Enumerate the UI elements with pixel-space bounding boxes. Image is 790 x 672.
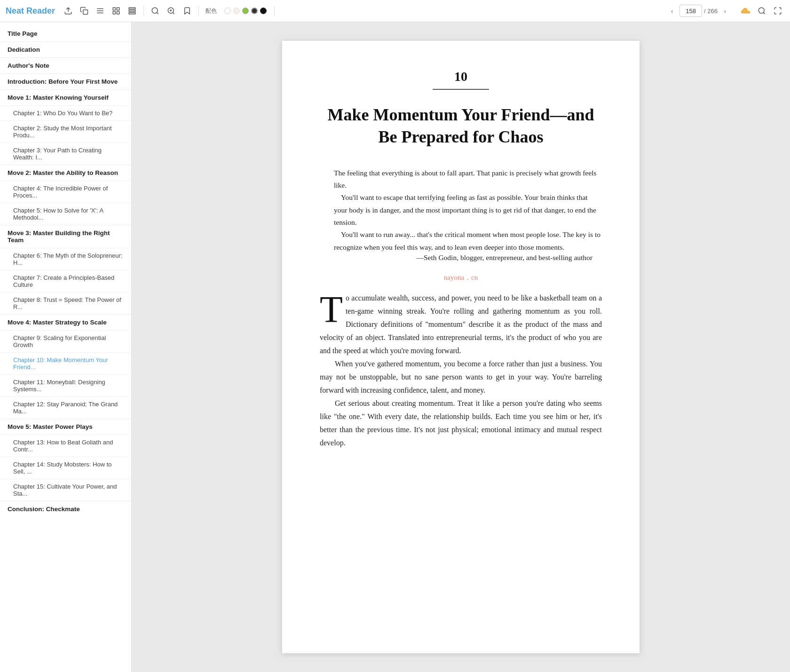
sidebar-chapter-ch8[interactable]: Chapter 8: Trust = Speed: The Power of R… <box>0 292 131 314</box>
chapter-number: 10 <box>320 69 602 84</box>
svg-rect-8 <box>117 12 119 14</box>
sidebar-section-move2[interactable]: Move 2: Master the Ability to Reason <box>0 165 131 181</box>
svg-rect-9 <box>129 8 135 9</box>
next-page-button[interactable]: › <box>719 5 731 16</box>
app-title: Neat Reader <box>6 6 55 16</box>
grid-view-icon[interactable] <box>110 4 123 17</box>
sidebar-chapter-ch2[interactable]: Chapter 2: Study the Most Important Prod… <box>0 120 131 142</box>
main-layout: Title PageDedicationAuthor's NoteIntrodu… <box>0 22 790 672</box>
sidebar-chapter-ch15[interactable]: Chapter 15: Cultivate Your Power, and St… <box>0 479 131 501</box>
sidebar: Title PageDedicationAuthor's NoteIntrodu… <box>0 22 132 672</box>
fullscreen-icon[interactable] <box>771 4 784 17</box>
svg-rect-10 <box>129 10 135 12</box>
search2-icon[interactable] <box>755 4 768 17</box>
upload-icon[interactable] <box>62 4 75 17</box>
color-dot-white[interactable] <box>224 8 231 14</box>
divider3 <box>274 6 275 16</box>
search-icon[interactable] <box>149 4 162 17</box>
color-scheme-selector <box>224 8 267 14</box>
sidebar-chapter-ch10[interactable]: Chapter 10: Make Momentum Your Friend... <box>0 352 131 374</box>
toolbar-right <box>739 4 784 17</box>
sidebar-section-introduction[interactable]: Introduction: Before Your First Move <box>0 73 131 89</box>
prev-page-button[interactable]: ‹ <box>666 5 678 16</box>
menu-icon[interactable] <box>94 4 107 17</box>
divider2 <box>198 6 199 16</box>
sidebar-chapter-ch1[interactable]: Chapter 1: Who Do You Want to Be? <box>0 105 131 120</box>
svg-point-12 <box>152 8 158 13</box>
svg-rect-5 <box>113 8 115 10</box>
book-page: 10 Make Momentum Your Friend—and Be Prep… <box>282 41 640 653</box>
list-view-icon[interactable] <box>126 4 139 17</box>
sidebar-chapter-ch6[interactable]: Chapter 6: The Myth of the Solopreneur: … <box>0 248 131 270</box>
color-scheme-label: 配色 <box>205 7 217 15</box>
bookmark-icon[interactable] <box>181 4 194 17</box>
color-dot-black[interactable] <box>260 8 267 14</box>
svg-rect-11 <box>129 13 135 14</box>
body-para-2: When you've gathered momentum, you becom… <box>320 357 602 397</box>
svg-rect-7 <box>113 12 115 14</box>
sidebar-section-conclusion[interactable]: Conclusion: Checkmate <box>0 501 131 517</box>
sidebar-chapter-ch11[interactable]: Chapter 11: Moneyball: Designing Systems… <box>0 374 131 396</box>
content-area[interactable]: 10 Make Momentum Your Friend—and Be Prep… <box>132 22 790 672</box>
sidebar-section-move1[interactable]: Move 1: Master Knowing Yourself <box>0 89 131 105</box>
quote-attribution: —Seth Godin, blogger, entrepreneur, and … <box>334 253 602 262</box>
quote-block: The feeling that everything is about to … <box>334 167 602 262</box>
cloud-icon[interactable] <box>739 4 752 17</box>
sidebar-chapter-ch5[interactable]: Chapter 5: How to Solve for 'X': A Metho… <box>0 203 131 225</box>
total-pages: / 266 <box>704 8 718 15</box>
book-body: To accumulate wealth, success, and power… <box>320 292 602 450</box>
sidebar-section-move3[interactable]: Move 3: Master Building the Right Team <box>0 225 131 248</box>
sidebar-chapter-ch3[interactable]: Chapter 3: Your Path to Creating Wealth:… <box>0 142 131 165</box>
divider1 <box>143 6 144 16</box>
body-para-3: Get serious about creating momentum. Tre… <box>320 397 602 450</box>
chapter-divider <box>433 89 489 90</box>
color-dot-dark[interactable] <box>251 8 258 14</box>
sidebar-chapter-ch7[interactable]: Chapter 7: Create a Principles-Based Cul… <box>0 270 131 292</box>
svg-rect-1 <box>83 10 88 15</box>
sidebar-chapter-ch13[interactable]: Chapter 13: How to Beat Goliath and Cont… <box>0 435 131 457</box>
sidebar-chapter-ch12[interactable]: Chapter 12: Stay Paranoid; The Grand Ma.… <box>0 396 131 419</box>
drop-cap: T <box>320 295 343 324</box>
copy-icon[interactable] <box>78 4 91 17</box>
color-dot-green[interactable] <box>242 8 249 14</box>
zoom-icon[interactable] <box>165 4 178 17</box>
chapter-title: Make Momentum Your Friend—and Be Prepare… <box>320 104 602 148</box>
sidebar-chapter-ch4[interactable]: Chapter 4: The Incredible Power of Proce… <box>0 181 131 203</box>
sidebar-section-title-page[interactable]: Title Page <box>0 26 131 41</box>
body-para-1: To accumulate wealth, success, and power… <box>320 292 602 357</box>
current-page-input[interactable]: 158 <box>679 5 702 17</box>
page-navigation: ‹ 158 / 266 › <box>666 5 731 17</box>
sidebar-section-authors-note[interactable]: Author's Note <box>0 57 131 73</box>
sidebar-section-move4[interactable]: Move 4: Master Strategy to Scale <box>0 314 131 330</box>
sidebar-section-dedication[interactable]: Dedication <box>0 41 131 57</box>
svg-rect-6 <box>117 8 119 10</box>
quote-text: The feeling that everything is about to … <box>334 167 602 253</box>
svg-line-13 <box>157 12 158 14</box>
svg-line-19 <box>763 12 765 14</box>
svg-point-18 <box>758 8 764 13</box>
toolbar: Neat Reader 配色 ‹ 158 / 266 › <box>0 0 790 22</box>
sidebar-chapter-ch14[interactable]: Chapter 14: Study Mobsters: How to Sell,… <box>0 457 131 479</box>
color-dot-sepia[interactable] <box>233 8 240 14</box>
sidebar-section-move5[interactable]: Move 5: Master Power Plays <box>0 419 131 435</box>
svg-line-15 <box>173 12 174 14</box>
sidebar-chapter-ch9[interactable]: Chapter 9: Scaling for Exponential Growt… <box>0 330 131 352</box>
watermark: nayona．cn <box>320 273 602 282</box>
